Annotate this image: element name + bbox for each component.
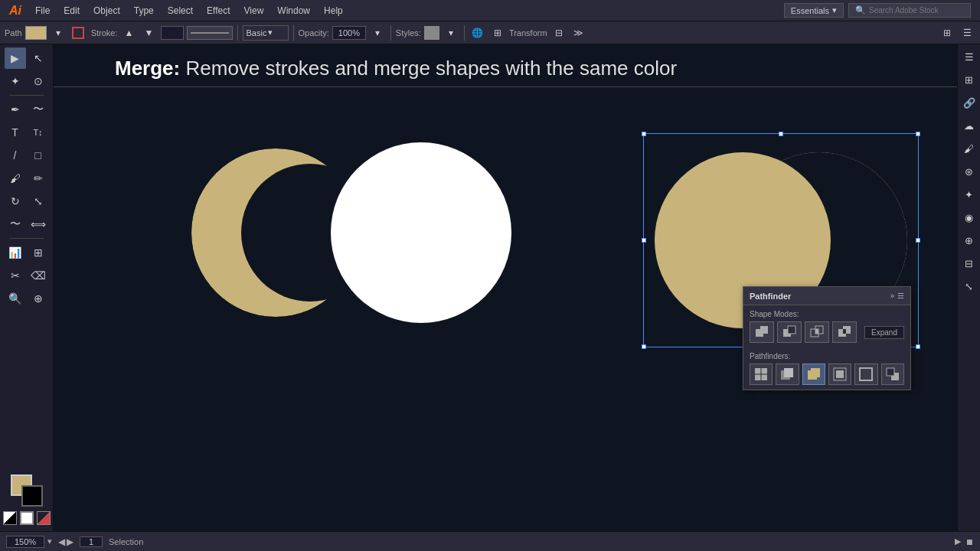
shape-modes-row: Expand — [743, 320, 910, 347]
stock-search[interactable]: 🔍 Search Adobe Stock — [848, 3, 971, 18]
opacity-dropdown-icon[interactable]: ▾ — [369, 24, 386, 41]
zoom-input[interactable]: 150% — [6, 536, 44, 548]
prev-artboard-button[interactable]: ◀ — [58, 536, 65, 547]
paintbrush-tool[interactable]: 🖌 — [5, 168, 26, 189]
rotate-tool[interactable]: ↻ — [5, 191, 26, 212]
right-panel: ☰ ⊞ 🔗 ☁ 🖌 ⊛ ✦ ◉ ⊕ ⊟ ⤡ — [957, 44, 980, 531]
panel-collapse-icon[interactable]: » — [890, 292, 894, 300]
expand-button[interactable]: Expand — [864, 326, 904, 339]
width-tool[interactable]: ⟺ — [28, 214, 49, 235]
none-icon[interactable] — [37, 511, 51, 525]
pen-tool[interactable]: ✒ — [5, 99, 26, 120]
menu-help[interactable]: Help — [318, 4, 349, 18]
align-side-icon[interactable]: ⊟ — [960, 254, 978, 272]
minus-front-button[interactable] — [777, 321, 802, 343]
title-text: Merge: Remove strokes and merge shapes w… — [115, 57, 677, 80]
appearance-icon[interactable]: ◉ — [960, 208, 978, 227]
basic-dropdown[interactable]: Basic ▾ — [243, 25, 289, 41]
symbols-icon[interactable]: ⊛ — [960, 162, 978, 181]
svg-rect-19 — [843, 329, 846, 334]
scale-tool[interactable]: ⤡ — [28, 191, 49, 212]
grid-tool[interactable]: ⊞ — [28, 242, 49, 263]
essentials-button[interactable]: Essentials ▾ — [784, 3, 844, 18]
direct-selection-tool[interactable]: ↖ — [28, 47, 49, 69]
divide-button[interactable] — [750, 364, 773, 385]
fill-stroke-icon[interactable] — [3, 511, 17, 525]
stroke-down-icon[interactable]: ▼ — [141, 24, 158, 41]
styles-dropdown-icon[interactable]: ▾ — [443, 24, 459, 41]
stroke-input[interactable] — [161, 26, 184, 40]
type-tool[interactable]: T — [5, 122, 26, 143]
menu-window[interactable]: Window — [271, 4, 316, 18]
magic-wand-tool[interactable]: ✦ — [5, 70, 26, 92]
title-bold: Merge: — [115, 57, 180, 80]
arrange-panels-icon[interactable]: ⊞ — [939, 24, 956, 41]
warp-tool[interactable]: 〜 — [5, 214, 26, 235]
basic-label: Basic — [247, 28, 267, 37]
transform-grid-icon[interactable]: ⊞ — [489, 24, 506, 41]
properties-icon[interactable]: ☰ — [960, 47, 978, 66]
outline-button[interactable] — [854, 364, 877, 385]
cc-libraries-icon[interactable]: ☁ — [960, 116, 978, 135]
stroke-icon[interactable] — [70, 24, 87, 41]
layers-icon[interactable]: ⊞ — [960, 70, 978, 89]
styles-swatch[interactable] — [424, 26, 439, 40]
fill-options-icon[interactable]: ▾ — [50, 24, 67, 41]
menu-view[interactable]: View — [238, 4, 270, 18]
curvature-tool[interactable]: 〜 — [28, 99, 49, 120]
more-icon[interactable]: ≫ — [570, 24, 587, 41]
panel-menu-icon[interactable]: ☰ — [897, 292, 904, 300]
toolbar-separator-2 — [293, 25, 294, 41]
menu-edit[interactable]: Edit — [57, 4, 86, 18]
menu-effect[interactable]: Effect — [201, 4, 236, 18]
opacity-input[interactable] — [332, 26, 366, 40]
menu-select[interactable]: Select — [162, 4, 199, 18]
unite-button[interactable] — [750, 321, 774, 343]
graph-tool[interactable]: 📊 — [5, 242, 26, 263]
panel-header: Pathfinder » ☰ — [743, 287, 910, 305]
stop-icon[interactable]: ⏹ — [965, 537, 974, 546]
tool-row-1: ▶ ↖ — [5, 47, 49, 69]
magnify-tool[interactable]: ⊕ — [28, 288, 49, 309]
rect-tool[interactable]: □ — [28, 145, 49, 166]
next-artboard-button[interactable]: ▶ — [67, 536, 74, 547]
line-tool[interactable]: / — [5, 145, 26, 166]
panel-layout-icon[interactable]: ☰ — [959, 24, 975, 41]
graphic-styles-icon[interactable]: ✦ — [960, 185, 978, 204]
brush-icon[interactable]: 🖌 — [960, 139, 978, 158]
background-swatch[interactable] — [21, 485, 43, 507]
selection-tool[interactable]: ▶ — [5, 47, 26, 69]
svg-rect-26 — [811, 368, 820, 377]
globe-icon[interactable]: 🌐 — [469, 24, 486, 41]
svg-rect-10 — [760, 326, 768, 334]
transform-side-icon[interactable]: ⤡ — [960, 277, 978, 295]
menu-file[interactable]: File — [29, 4, 56, 18]
artboard-number-input[interactable]: 1 — [80, 536, 103, 547]
menu-type[interactable]: Type — [128, 4, 160, 18]
canvas-content: Merge: Remove strokes and merge shapes w… — [54, 44, 957, 531]
align-icon[interactable]: ⊟ — [550, 24, 567, 41]
menu-object[interactable]: Object — [87, 4, 126, 18]
zoom-tool[interactable]: 🔍 — [5, 288, 26, 309]
pencil-tool[interactable]: ✏ — [28, 168, 49, 189]
pathfinder-side-icon[interactable]: ⊕ — [960, 231, 978, 249]
vertical-type-tool[interactable]: T↕ — [28, 122, 49, 143]
merge-button[interactable] — [802, 364, 825, 385]
lasso-tool[interactable]: ⊙ — [28, 70, 49, 92]
libraries-icon[interactable]: 🔗 — [960, 93, 978, 112]
slice-tool[interactable]: ✂ — [5, 265, 26, 286]
tool-row-11: 🔍 ⊕ — [5, 288, 49, 309]
canvas-area[interactable]: Merge: Remove strokes and merge shapes w… — [54, 44, 957, 531]
zoom-dropdown-icon[interactable]: ▾ — [47, 536, 52, 546]
fill-swatch[interactable] — [25, 26, 47, 40]
exclude-button[interactable] — [832, 321, 857, 343]
minus-back-button[interactable] — [881, 364, 904, 385]
apply-fill-icon[interactable] — [20, 511, 34, 525]
intersect-button[interactable] — [805, 321, 829, 343]
swatch-container — [11, 474, 43, 507]
crop-button[interactable] — [828, 364, 851, 385]
play-preview-button[interactable]: ▶ — [955, 536, 961, 546]
eraser-tool[interactable]: ⌫ — [28, 265, 49, 286]
stroke-up-icon[interactable]: ▲ — [121, 24, 138, 41]
trim-button[interactable] — [776, 364, 799, 385]
